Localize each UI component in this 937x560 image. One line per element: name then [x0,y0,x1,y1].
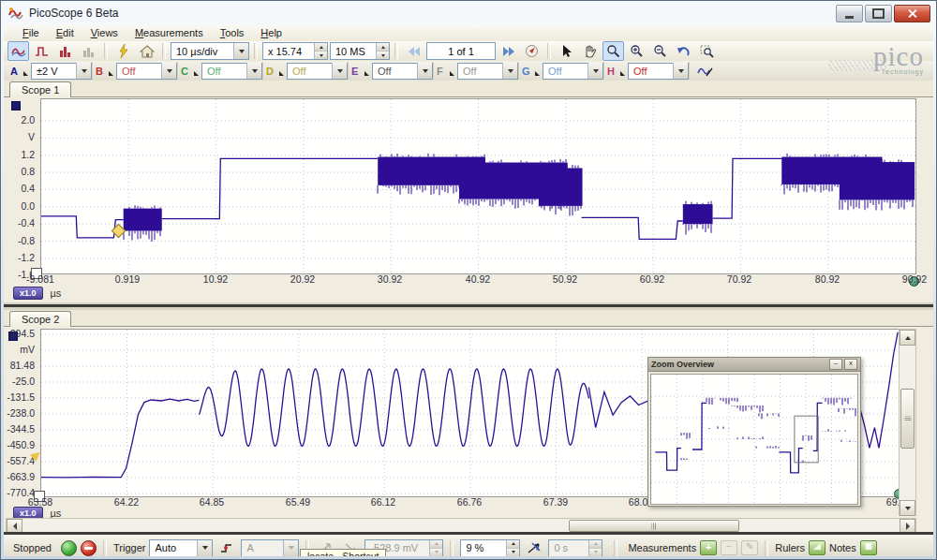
persistence-view-button[interactable] [31,41,52,61]
channel-c-range-select[interactable]: Off [201,63,262,80]
chevron-down-icon[interactable] [502,63,517,79]
rulers-button[interactable] [809,540,825,555]
trigger-edge-button[interactable] [216,538,237,556]
y-axis-label: 2.0 [21,114,35,125]
chevron-down-icon[interactable] [246,63,261,79]
scroll-left-button[interactable] [7,519,22,533]
channel-g-range-select[interactable]: Off [543,63,603,80]
pretrigger-spinner[interactable]: 9 % [460,539,520,557]
x-axis-label: 66.12 [359,496,408,508]
separator [547,43,551,59]
close-button[interactable] [894,5,930,22]
tab-scope2[interactable]: Scope 2 [9,311,71,327]
channel-h-label: H [607,66,617,77]
maximize-button[interactable] [865,5,892,22]
edit-measurement-button[interactable]: ✎ [741,540,758,555]
tab-scope2-label: Scope 2 [22,314,59,325]
stop-capture-button[interactable] [81,540,97,556]
horizontal-scroll-thumb[interactable] [569,520,739,532]
menu-file[interactable]: File [15,25,47,40]
zoom-out-button[interactable] [649,41,671,61]
buffer-overview-button[interactable] [521,41,543,61]
undo-zoom-button[interactable] [673,41,694,61]
vertical-scroll-thumb[interactable] [900,389,915,449]
scope2-vertical-scrollbar[interactable] [899,329,916,516]
scroll-down-button[interactable] [900,500,915,516]
chevron-down-icon[interactable] [233,43,248,59]
persistence-disabled-button[interactable] [78,41,99,61]
marquee-zoom-button[interactable] [696,41,718,61]
trigger-timing-button[interactable] [524,538,544,556]
overview-minimize-button[interactable]: – [829,359,842,370]
channel-h-range-select[interactable]: Off [628,63,689,80]
pan-tool-button[interactable] [579,41,601,61]
menu-views[interactable]: Views [83,25,126,40]
x-axis-label: 80.92 [803,273,852,285]
hand-icon [583,44,597,58]
spinner-buttons[interactable] [314,43,327,59]
chevron-down-icon[interactable] [161,63,176,79]
chevron-down-icon[interactable] [197,540,212,556]
trigger-source-select[interactable]: A [241,539,299,557]
scroll-up-button[interactable] [900,330,915,346]
select-tool-button[interactable] [556,41,577,61]
minimize-button[interactable] [836,5,863,22]
chevron-down-icon[interactable] [417,63,432,79]
remove-measurement-button[interactable]: − [721,540,737,555]
scroll-right-button[interactable] [900,519,915,533]
auto-setup-button[interactable] [136,41,157,61]
chevron-down-icon[interactable] [673,63,688,79]
timebase-select[interactable]: 10 µs/div [171,42,249,60]
chevron-down-icon[interactable] [76,63,91,79]
spinner-buttons[interactable] [376,43,389,59]
note-icon [864,542,873,551]
channel-a-range-select[interactable]: ±2 V [31,63,92,80]
notes-label: Notes [829,542,856,553]
samples-spinner[interactable]: 10 MS [330,42,390,60]
spinner-buttons [429,540,442,556]
channel-a-group: A±2 V [7,62,93,80]
start-capture-button[interactable] [61,540,77,556]
channel-g-group: GOff [519,62,604,80]
y-axis-label: -238.0 [7,407,35,419]
zoom-factor-spinner[interactable]: x 15.74 [262,42,328,60]
channel-e-range-select[interactable]: Off [372,63,433,80]
signal-generator-button[interactable] [112,41,134,61]
menu-tools[interactable]: Tools [213,25,252,40]
channel-options-icon [620,71,625,76]
trigger-delay-spinner[interactable]: 0 s [548,539,602,557]
scope-view-button[interactable] [7,41,29,61]
awg-sine-icon [697,65,714,78]
chevron-down-icon [283,540,298,556]
channel-f-range-select[interactable]: Off [457,63,518,80]
next-buffer-button[interactable] [498,41,519,61]
notes-button[interactable] [860,540,877,555]
overview-close-button[interactable]: x [844,359,857,370]
chevron-down-icon[interactable] [332,63,347,79]
menu-bar: FileEditViewsMeasurementsToolsHelp [4,24,933,42]
chevron-down-icon[interactable] [587,63,602,79]
awg-button[interactable] [695,63,716,80]
zoom-overview-chart[interactable] [650,374,858,505]
tab-scope1[interactable]: Scope 1 [9,81,71,97]
y-axis-label: -0.8 [18,235,35,246]
previous-buffer-button[interactable] [403,41,424,61]
zoom-overview-titlebar[interactable]: Zoom Overview – x [648,358,860,372]
panel-splitter[interactable] [4,302,933,310]
menu-edit[interactable]: Edit [49,25,82,40]
add-measurement-button[interactable]: + [700,540,717,555]
x-axis-label: 60.92 [628,273,677,285]
rulers-label: Rulers [775,542,805,553]
spectrum-view-button[interactable] [54,41,76,61]
channel-options-icon [109,71,113,76]
zoom-in-button[interactable] [626,41,647,61]
zoom-tool-button[interactable] [602,41,624,61]
trigger-mode-select[interactable]: Auto [149,539,213,557]
spinner-buttons[interactable] [506,540,519,556]
menu-help[interactable]: Help [253,25,290,40]
channel-b-range-select[interactable]: Off [116,63,177,80]
channel-options-icon [194,71,199,76]
menu-measurements[interactable]: Measurements [127,25,211,40]
scope1-chart[interactable] [40,98,916,274]
channel-d-range-select[interactable]: Off [287,63,348,80]
